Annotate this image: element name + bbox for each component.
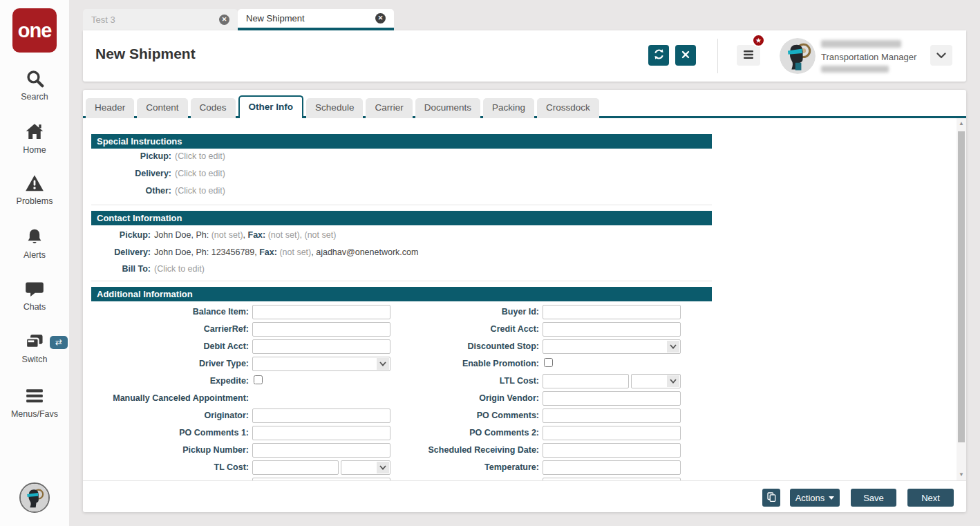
- caret-down-icon: [829, 496, 834, 500]
- tab-content[interactable]: Content: [137, 98, 187, 118]
- si-value-other[interactable]: (Click to edit): [175, 186, 225, 196]
- save-button[interactable]: Save: [851, 489, 896, 507]
- driver-type-select[interactable]: [252, 357, 390, 371]
- section-header-contact-information: Contact Information: [91, 211, 712, 225]
- contact-value-delivery[interactable]: John Doe, Ph: 123456789, Fax: (not set),…: [154, 247, 418, 257]
- tab-header[interactable]: Header: [86, 98, 134, 118]
- sidebar-item-menus-favs[interactable]: Menus/Favs: [0, 388, 69, 419]
- si-value-delivery[interactable]: (Click to edit): [175, 169, 225, 178]
- tl-cost-input[interactable]: [252, 460, 339, 475]
- sidebar: one SearchHomeProblemsAlertsChatsSwitchM…: [0, 0, 69, 526]
- debit-acct-input[interactable]: [252, 339, 390, 354]
- enable-promotion-checkbox[interactable]: [544, 358, 553, 367]
- content-panel: HeaderContentCodesOther InfoScheduleCarr…: [83, 90, 966, 512]
- home-icon: [25, 122, 44, 142]
- sidebar-item-label: Chats: [0, 302, 69, 312]
- scrollbar-thumb[interactable]: [958, 131, 965, 442]
- si-label-delivery: Delivery:: [83, 169, 171, 178]
- contact-label-pickup: Pickup:: [83, 230, 151, 240]
- scrollbar-track[interactable]: ▲ ▼: [957, 118, 966, 480]
- user-avatar[interactable]: [780, 38, 816, 74]
- right-label-origin-vendor: Origin Vendor:: [373, 393, 539, 403]
- window-tab-label: Test 3: [91, 15, 115, 25]
- chevron-down-icon: [667, 341, 679, 353]
- tab-schedule[interactable]: Schedule: [306, 98, 363, 118]
- expedite-checkbox[interactable]: [254, 375, 263, 384]
- contact-value-pickup[interactable]: John Doe, Ph: (not set), Fax: (not set),…: [154, 230, 336, 240]
- x-icon: [681, 50, 690, 61]
- switch-icon: [25, 333, 44, 353]
- copy-button[interactable]: [762, 489, 780, 507]
- tab-packing[interactable]: Packing: [483, 98, 534, 118]
- star-badge: ★: [752, 34, 765, 47]
- right-label-credit-acct: Credit Acct:: [373, 324, 539, 334]
- balance-item-input[interactable]: [252, 305, 390, 319]
- user-role: Transportation Manager: [821, 52, 916, 62]
- po-comments-2-input[interactable]: [543, 426, 681, 440]
- ltl-cost-uom-select[interactable]: [631, 374, 681, 388]
- hamburger-icon: [25, 388, 44, 408]
- user-menu-chevron-button[interactable]: [930, 45, 952, 66]
- switch-toggle-badge[interactable]: ⇄: [50, 336, 68, 349]
- tab-carrier[interactable]: Carrier: [366, 98, 412, 118]
- po-comments-input[interactable]: [543, 408, 681, 423]
- bell-icon: [26, 227, 44, 247]
- right-label-enable-promotion: Enable Promotion:: [373, 359, 539, 368]
- si-value-pickup[interactable]: (Click to edit): [175, 151, 225, 161]
- window-tab-new-shipment[interactable]: New Shipment✕: [238, 9, 394, 30]
- contact-segment: John Doe, Ph:: [154, 230, 211, 240]
- right-label-po-comments: PO Comments:: [373, 411, 539, 420]
- right-label-temperature: Temperature:: [373, 462, 539, 472]
- sidebar-item-home[interactable]: Home: [0, 122, 69, 155]
- right-label-ltl-cost: LTL Cost:: [373, 376, 539, 386]
- contact-segment: Fax:: [248, 230, 266, 240]
- right-label-po-comments-2: PO Comments 2:: [373, 428, 539, 438]
- scrollbar-up-arrow[interactable]: ▲: [957, 119, 966, 129]
- tab-crossdock[interactable]: Crossdock: [537, 98, 599, 118]
- credit-acct-input[interactable]: [543, 322, 681, 337]
- po-comments-1-input[interactable]: [252, 426, 390, 440]
- sidebar-item-search[interactable]: Search: [0, 69, 69, 102]
- tab-other-info[interactable]: Other Info: [238, 95, 304, 118]
- contact-segment: ajadhav@onenetwork.com: [316, 247, 418, 257]
- right-label-buyer-id: Buyer Id:: [373, 307, 539, 317]
- sidebar-item-problems[interactable]: Problems: [0, 174, 69, 206]
- save-button-label: Save: [863, 493, 884, 503]
- left-label-pickup-number: Pickup Number:: [83, 445, 249, 455]
- scrollbar-down-arrow[interactable]: ▼: [957, 470, 966, 480]
- left-label-tl-cost: TL Cost:: [83, 462, 249, 472]
- one-logo[interactable]: one: [12, 8, 57, 53]
- ltl-cost-input[interactable]: [543, 374, 629, 388]
- si-label-other: Other:: [83, 186, 171, 196]
- contact-value-bill-to[interactable]: (Click to edit): [154, 264, 205, 274]
- temperature-input[interactable]: [543, 460, 681, 475]
- notifications-menu-button[interactable]: [737, 45, 760, 66]
- actions-button[interactable]: Actions: [790, 489, 840, 507]
- close-circle-icon[interactable]: ✕: [219, 15, 229, 25]
- user-name-redacted: [821, 40, 901, 48]
- tab-documents[interactable]: Documents: [415, 98, 480, 118]
- right-label-discounted-stop: Discounted Stop:: [373, 341, 539, 351]
- sidebar-item-alerts[interactable]: Alerts: [0, 227, 69, 260]
- refresh-button[interactable]: [648, 45, 669, 66]
- left-label-debit-acct: Debit Acct:: [83, 341, 249, 351]
- tab-codes[interactable]: Codes: [191, 98, 236, 118]
- chevron-down-icon: [667, 375, 679, 387]
- originator-input[interactable]: [252, 408, 390, 423]
- origin-vendor-input[interactable]: [543, 391, 681, 406]
- sidebar-item-chats[interactable]: Chats: [0, 280, 69, 312]
- scheduled-receiving-date-input[interactable]: [543, 443, 681, 458]
- window-tab-test-3[interactable]: Test 3✕: [83, 9, 238, 30]
- actions-button-label: Actions: [795, 493, 825, 503]
- next-button[interactable]: Next: [907, 489, 954, 507]
- contact-segment: John Doe, Ph: 123456789,: [154, 247, 259, 257]
- sidebar-item-label: Menus/Favs: [0, 409, 69, 419]
- discounted-stop-select[interactable]: [543, 339, 681, 354]
- close-circle-icon[interactable]: ✕: [375, 13, 386, 24]
- sidebar-avatar[interactable]: [19, 482, 50, 513]
- carrierref-input[interactable]: [252, 322, 390, 337]
- copy-icon: [767, 492, 776, 504]
- pickup-number-input[interactable]: [252, 443, 390, 458]
- close-button[interactable]: [675, 45, 696, 66]
- buyer-id-input[interactable]: [543, 305, 681, 319]
